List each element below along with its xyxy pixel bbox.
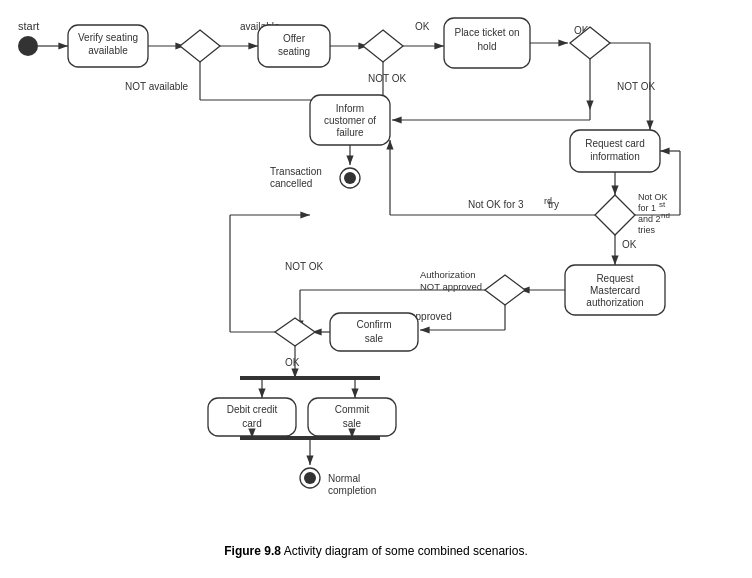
- svg-text:cancelled: cancelled: [270, 178, 312, 189]
- verify-label: Verify seating: [78, 32, 138, 43]
- label-ok1: OK: [415, 21, 430, 32]
- svg-text:Commit: Commit: [335, 404, 370, 415]
- svg-text:seating: seating: [278, 46, 310, 57]
- svg-text:try: try: [548, 199, 559, 210]
- label-trans-cancelled: Transaction: [270, 166, 322, 177]
- svg-text:available: available: [88, 45, 128, 56]
- svg-text:st: st: [659, 200, 666, 209]
- label-notok-auth: NOT OK: [285, 261, 323, 272]
- diamond-available: [180, 30, 220, 62]
- svg-text:Place ticket on: Place ticket on: [454, 27, 519, 38]
- svg-text:for 1: for 1: [638, 203, 656, 213]
- svg-text:Debit credit: Debit credit: [227, 404, 278, 415]
- svg-text:customer of: customer of: [324, 115, 376, 126]
- label-notavailable: NOT available: [125, 81, 189, 92]
- start-label: start: [18, 20, 39, 32]
- diamond-auth: [485, 275, 525, 305]
- label-notok-offer: NOT OK: [368, 73, 406, 84]
- svg-text:information: information: [590, 151, 639, 162]
- svg-text:Offer: Offer: [283, 33, 306, 44]
- svg-text:failure: failure: [336, 127, 364, 138]
- svg-text:hold: hold: [478, 41, 497, 52]
- start-node: [18, 36, 38, 56]
- figure-label: Figure 9.8: [224, 544, 281, 558]
- figure-caption: Figure 9.8 Activity diagram of some comb…: [0, 540, 752, 562]
- svg-text:Mastercard: Mastercard: [590, 285, 640, 296]
- svg-text:Inform: Inform: [336, 103, 364, 114]
- svg-text:tries: tries: [638, 225, 656, 235]
- diamond-confirm: [275, 318, 315, 346]
- svg-text:completion: completion: [328, 485, 376, 496]
- svg-text:Request: Request: [596, 273, 633, 284]
- activity-diagram: start Verify seating available available…: [0, 0, 752, 540]
- label-auth-notapproved: Authorization: [420, 269, 475, 280]
- svg-text:Confirm: Confirm: [356, 319, 391, 330]
- svg-text:sale: sale: [343, 418, 362, 429]
- label-ok-confirm: OK: [285, 357, 300, 368]
- diagram-container: start Verify seating available available…: [0, 0, 752, 540]
- label-normal-completion: Normal: [328, 473, 360, 484]
- figure-text: Activity diagram of some combined scenar…: [281, 544, 528, 558]
- end-normal-inner: [304, 472, 316, 484]
- label-ok-card: OK: [622, 239, 637, 250]
- diamond-offer-ok: [363, 30, 403, 62]
- label-notok3rd: Not OK for 3: [468, 199, 524, 210]
- svg-text:authorization: authorization: [586, 297, 643, 308]
- diamond-card: [595, 195, 635, 235]
- svg-text:sale: sale: [365, 333, 384, 344]
- end-cancelled-inner: [344, 172, 356, 184]
- svg-text:Request card: Request card: [585, 138, 644, 149]
- svg-text:card: card: [242, 418, 261, 429]
